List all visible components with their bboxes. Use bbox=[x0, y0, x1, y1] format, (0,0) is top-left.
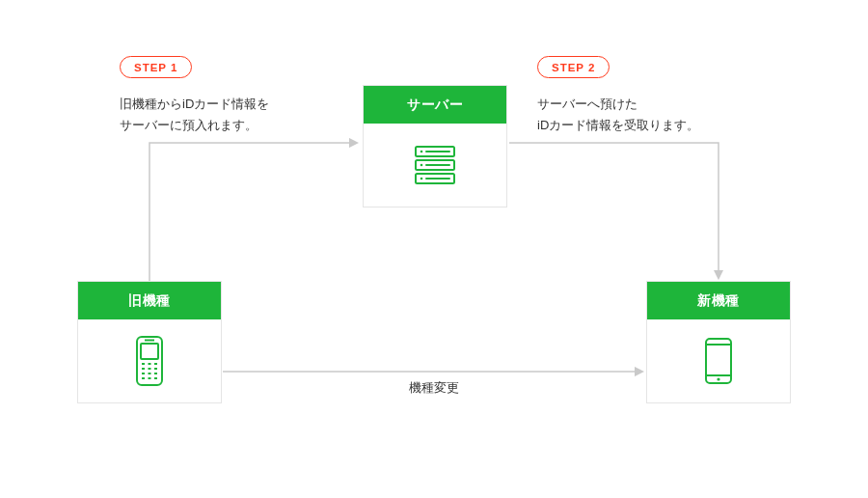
svg-point-3 bbox=[420, 151, 423, 153]
server-icon bbox=[413, 145, 457, 185]
node-server-title: サーバー bbox=[364, 86, 506, 124]
smartphone-icon bbox=[703, 337, 734, 385]
node-old-device-title: 旧機種 bbox=[78, 282, 221, 319]
svg-rect-11 bbox=[141, 344, 158, 359]
bottom-arrow-label: 機種変更 bbox=[0, 379, 868, 397]
arrow-server-to-new bbox=[509, 143, 719, 278]
node-server: サーバー bbox=[363, 85, 507, 208]
step2-desc: サーバーへ預けた iDカード情報を受取ります。 bbox=[537, 94, 699, 136]
svg-point-4 bbox=[420, 164, 423, 167]
step1-desc: 旧機種からiDカード情報を サーバーに預入れます。 bbox=[120, 94, 269, 136]
step2-badge: STEP 2 bbox=[537, 56, 610, 78]
svg-point-5 bbox=[420, 178, 423, 180]
arrow-old-to-server bbox=[149, 143, 357, 281]
node-new-device-title: 新機種 bbox=[647, 282, 790, 319]
step1-badge: STEP 1 bbox=[120, 56, 192, 78]
diagram-canvas: STEP 1 旧機種からiDカード情報を サーバーに預入れます。 STEP 2 … bbox=[0, 0, 868, 498]
